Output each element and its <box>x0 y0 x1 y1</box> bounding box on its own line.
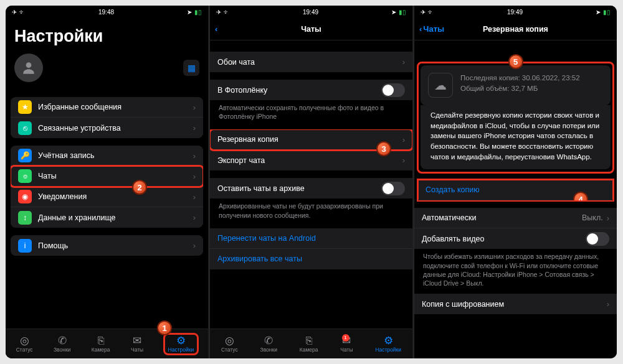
statusbar: ✈ᯤ 19:48 ➤▮▯ <box>6 6 208 18</box>
group-archive: Оставить чаты в архиве <box>210 178 412 198</box>
row-encrypted[interactable]: Копия с шифрованием › <box>414 294 617 314</box>
chevron-right-icon: › <box>193 241 196 250</box>
gear-icon: ⚙ <box>384 335 393 346</box>
tab-settings[interactable]: ⚙Настройки <box>164 334 198 354</box>
chevron-right-icon: › <box>607 299 609 309</box>
camera-icon: ⎘ <box>306 335 312 346</box>
chevron-right-icon: › <box>193 103 196 112</box>
tab-label: Статус <box>221 347 238 353</box>
tab-calls[interactable]: ✆Звонки <box>260 335 277 353</box>
phone-icon: ✆ <box>58 335 67 346</box>
row-label: Помощь <box>38 241 193 250</box>
nav-title: Резервная копия <box>483 25 548 34</box>
tab-camera[interactable]: ⎘Камера <box>92 335 110 353</box>
tab-status[interactable]: ◎Статус <box>16 335 33 353</box>
back-button[interactable]: ‹Чаты <box>419 24 444 34</box>
camera-icon: ⎘ <box>98 335 104 346</box>
tab-chats[interactable]: ✉Чаты <box>131 335 143 353</box>
back-button[interactable]: ‹ <box>215 24 217 34</box>
group-auto-video: Автоматически Выкл. › Добавлять видео <box>414 208 617 249</box>
panel-backup: ✈ᯤ 19:49 ➤▮▯ ‹Чаты Резервная копия 5 ☁ П… <box>414 6 617 358</box>
avatar <box>14 54 43 82</box>
tab-label: Настройки <box>168 347 194 353</box>
toggle-video[interactable] <box>586 232 609 246</box>
tab-settings[interactable]: ⚙Настройки <box>375 335 401 353</box>
row-wallpaper[interactable]: Обои чата › <box>210 52 412 72</box>
statusbar: ✈ᯤ 19:49 ➤▮▯ <box>414 6 617 18</box>
footnote-data: Чтобы избежать излишних расходов за пере… <box>414 249 617 289</box>
row-auto[interactable]: Автоматически Выкл. › <box>414 208 617 228</box>
step-badge-3: 3 <box>376 141 391 156</box>
panel-settings: ✈ᯤ 19:48 ➤▮▯ Настройки ▦ ★ Избранные соо… <box>6 6 208 358</box>
navbar: ‹Чаты Резервная копия <box>414 18 617 40</box>
bell-icon: ◉ <box>18 190 32 203</box>
group-backup-export: Резервная копия › Экспорт чата › 3 <box>210 129 412 170</box>
row-export[interactable]: Экспорт чата › 3 <box>210 150 412 170</box>
chevron-left-icon: ‹ <box>419 24 422 34</box>
page-title: Настройки <box>6 18 208 51</box>
chevron-right-icon: › <box>193 151 196 161</box>
toggle-archive[interactable] <box>381 182 405 195</box>
settings-group-3: i Помощь › <box>11 235 203 256</box>
toggle-cameraroll[interactable] <box>381 83 405 97</box>
whatsapp-icon: ⌾ <box>18 169 32 183</box>
row-storage[interactable]: ↕ Данные и хранилище › <box>11 207 203 228</box>
tab-camera[interactable]: ⎘Камера <box>300 335 318 353</box>
battery-icon: ▮▯ <box>603 9 611 16</box>
footnote-archive: Архивированные чаты не будут разархивиро… <box>210 198 412 220</box>
row-label: Перенести чаты на Android <box>217 234 405 243</box>
step-badge-2: 2 <box>132 180 147 195</box>
key-icon: 🔑 <box>18 149 32 162</box>
group-links: Перенести чаты на Android Архивировать в… <box>210 228 412 269</box>
tab-label: Звонки <box>54 347 70 353</box>
star-icon: ★ <box>18 100 32 114</box>
chat-badge: 1 <box>342 334 350 342</box>
row-notifications[interactable]: ◉ Уведомления › <box>11 187 203 207</box>
chevron-right-icon: › <box>193 172 196 181</box>
row-label: Учётная запись <box>38 151 193 160</box>
row-include-video[interactable]: Добавлять видео <box>414 228 617 249</box>
loc-icon: ➤ <box>391 9 396 16</box>
airplane-icon: ✈ <box>12 9 17 16</box>
chevron-right-icon: › <box>402 57 405 67</box>
row-label: Обои чата <box>217 58 402 67</box>
row-label: Оставить чаты в архиве <box>217 184 381 193</box>
tab-label: Статус <box>16 347 33 353</box>
step-badge-4: 4 <box>573 192 588 200</box>
status-icon: ◎ <box>225 335 234 346</box>
gear-icon: ⚙ <box>176 335 186 346</box>
airplane-icon: ✈ <box>216 9 221 16</box>
phone-icon: ✆ <box>264 335 273 346</box>
row-label: Резервная копия <box>217 135 402 144</box>
group-wallpaper: Обои чата › <box>210 52 412 72</box>
profile-row[interactable]: ▦ <box>6 51 208 90</box>
info-icon: i <box>18 239 32 253</box>
storage-icon: ↕ <box>18 211 32 225</box>
row-label: Данные и хранилище <box>38 213 193 222</box>
svg-point-0 <box>26 62 32 68</box>
tab-status[interactable]: ◎Статус <box>221 335 238 353</box>
row-linked[interactable]: ⎋ Связанные устройства › <box>11 118 203 138</box>
tab-label: Камера <box>92 347 110 353</box>
backup-info-block: 5 ☁ Последняя копия: 30.06.2022, 23:52 О… <box>418 63 613 172</box>
row-account[interactable]: 🔑 Учётная запись › <box>11 146 203 166</box>
tabbar: ◎Статус ✆Звонки ⎘Камера ✉Чаты ⚙Настройки… <box>6 329 208 358</box>
row-archive[interactable]: Оставить чаты в архиве <box>210 178 412 198</box>
wifi-icon: ᯤ <box>428 9 434 16</box>
tabbar: ◎Статус ✆Звонки ⎘Камера ✉1Чаты ⚙Настройк… <box>210 329 412 358</box>
row-cameraroll[interactable]: В Фотоплёнку <box>210 80 412 100</box>
row-chats[interactable]: ⌾ Чаты › 2 <box>11 166 203 187</box>
link-icon: ⎋ <box>18 121 32 135</box>
row-archive-all[interactable]: Архивировать все чаты <box>210 249 412 269</box>
row-value: Выкл. <box>582 213 603 222</box>
tab-label: Настройки <box>375 347 401 353</box>
qr-icon[interactable]: ▦ <box>183 60 199 76</box>
tab-chats[interactable]: ✉1Чаты <box>340 335 353 353</box>
row-starred[interactable]: ★ Избранные сообщения › <box>11 97 203 118</box>
settings-group-1: ★ Избранные сообщения › ⎋ Связанные устр… <box>11 97 203 138</box>
row-move-android[interactable]: Перенести чаты на Android <box>210 228 412 249</box>
status-time: 19:49 <box>507 9 523 16</box>
tab-calls[interactable]: ✆Звонки <box>54 335 70 353</box>
cloud-icon: ☁ <box>428 73 453 98</box>
row-help[interactable]: i Помощь › <box>11 235 203 256</box>
